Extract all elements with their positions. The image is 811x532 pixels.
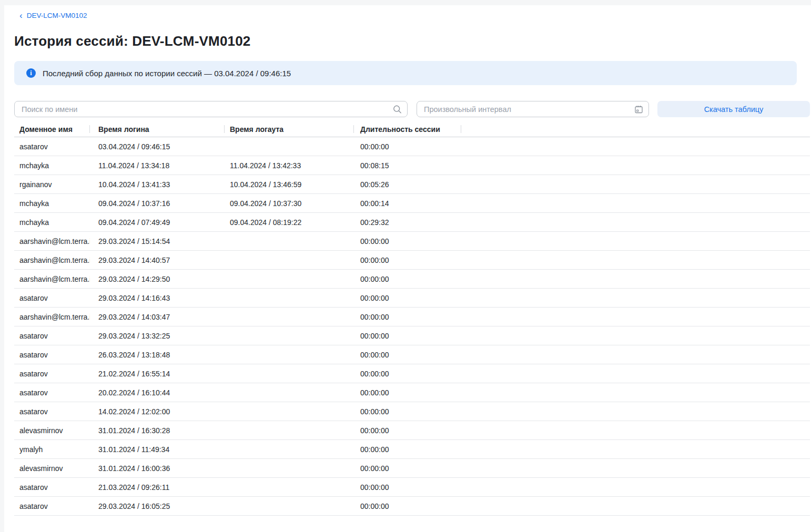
- cell-domain-name: aarshavin@lcm.terra.in: [14, 237, 90, 245]
- cell-session-duration: 00:08:15: [354, 161, 461, 170]
- table-row: mchayka09.04.2024 / 07:49:4909.04.2024 /…: [14, 213, 810, 232]
- cell-session-duration: 00:00:14: [354, 199, 461, 208]
- breadcrumb-back-link[interactable]: ‹ DEV-LCM-VM0102: [14, 12, 87, 19]
- cell-session-duration: 00:05:26: [354, 180, 461, 189]
- cell-domain-name: asatarov: [14, 502, 90, 510]
- cell-domain-name: asatarov: [14, 483, 90, 492]
- cell-login-time: 31.01.2024 / 11:49:34: [90, 445, 225, 454]
- cell-login-time: 29.03.2024 / 14:40:57: [90, 256, 225, 264]
- table-header-row: Доменное имя Время логина Время логаута …: [14, 121, 810, 137]
- download-table-button[interactable]: Скачать таблицу: [657, 101, 810, 117]
- table-row: asatarov21.02.2024 / 16:55:1400:00:00: [14, 364, 810, 383]
- table-row: aarshavin@lcm.terra.in29.03.2024 / 14:03…: [14, 308, 810, 326]
- cell-session-duration: 00:00:00: [354, 464, 461, 473]
- cell-domain-name: asatarov: [14, 388, 90, 397]
- table-row: asatarov14.02.2024 / 12:02:0000:00:00: [14, 402, 810, 421]
- cell-session-duration: 00:00:00: [354, 351, 461, 359]
- cell-session-duration: 00:00:00: [354, 275, 461, 283]
- table-row: aarshavin@lcm.terra.in29.03.2024 / 14:40…: [14, 251, 810, 270]
- cell-session-duration: 00:00:00: [354, 294, 461, 302]
- column-header-logout-time[interactable]: Время логаута: [225, 121, 354, 137]
- table-row: asatarov29.03.2024 / 14:16:4300:00:00: [14, 289, 810, 308]
- info-icon: i: [26, 68, 36, 78]
- table-row: mchayka11.04.2024 / 13:34:1811.04.2024 /…: [14, 156, 810, 175]
- cell-domain-name: asatarov: [14, 142, 90, 151]
- column-header-domain-name[interactable]: Доменное имя: [14, 121, 90, 137]
- cell-login-time: 20.02.2024 / 16:10:44: [90, 388, 225, 397]
- cell-session-duration: 00:00:00: [354, 256, 461, 264]
- date-range-input[interactable]: [417, 101, 649, 117]
- cell-domain-name: ymalyh: [14, 445, 90, 454]
- cell-session-duration: 00:00:00: [354, 370, 461, 378]
- last-data-collection-banner: i Последний сбор данных по истории сесси…: [14, 61, 797, 85]
- cell-domain-name: asatarov: [14, 407, 90, 416]
- chevron-left-icon: ‹: [19, 12, 23, 19]
- cell-logout-time: 09.04.2024 / 08:19:22: [225, 218, 354, 227]
- table-row: asatarov26.03.2024 / 13:18:4800:00:00: [14, 345, 810, 364]
- cell-domain-name: mchayka: [14, 199, 90, 208]
- cell-domain-name: alevasmirnov: [14, 464, 90, 473]
- cell-domain-name: mchayka: [14, 161, 90, 170]
- cell-login-time: 29.03.2024 / 15:14:54: [90, 237, 225, 245]
- cell-login-time: 21.02.2024 / 16:55:14: [90, 370, 225, 378]
- table-row: asatarov29.03.2024 / 13:32:2500:00:00: [14, 326, 810, 345]
- page-title: История сессий: DEV-LCM-VM0102: [14, 33, 811, 49]
- cell-login-time: 26.03.2024 / 13:18:48: [90, 351, 225, 359]
- cell-session-duration: 00:00:00: [354, 426, 461, 435]
- cell-session-duration: 00:00:00: [354, 483, 461, 492]
- cell-login-time: 14.02.2024 / 12:02:00: [90, 407, 225, 416]
- cell-domain-name: rgainanov: [14, 180, 90, 189]
- cell-login-time: 31.01.2024 / 16:00:36: [90, 464, 225, 473]
- cell-session-duration: 00:00:00: [354, 332, 461, 340]
- cell-login-time: 09.04.2024 / 07:49:49: [90, 218, 225, 227]
- table-row: aarshavin@lcm.terra.in29.03.2024 / 15:14…: [14, 232, 810, 251]
- cell-domain-name: asatarov: [14, 294, 90, 302]
- cell-domain-name: aarshavin@lcm.terra.in: [14, 256, 90, 264]
- banner-text: Последний сбор данных по истории сессий …: [43, 69, 291, 78]
- search-field-wrap: [14, 101, 408, 117]
- cell-login-time: 29.03.2024 / 14:03:47: [90, 313, 225, 321]
- table-row: aarshavin@lcm.terra.in29.03.2024 / 14:29…: [14, 270, 810, 289]
- cell-session-duration: 00:00:00: [354, 142, 461, 151]
- cell-login-time: 29.03.2024 / 16:05:25: [90, 502, 225, 510]
- cell-domain-name: asatarov: [14, 370, 90, 378]
- cell-session-duration: 00:00:00: [354, 502, 461, 510]
- calendar-icon: [634, 105, 643, 114]
- cell-domain-name: asatarov: [14, 351, 90, 359]
- cell-domain-name: asatarov: [14, 332, 90, 340]
- cell-login-time: 09.04.2024 / 10:37:16: [90, 199, 225, 208]
- cell-login-time: 03.04.2024 / 09:46:15: [90, 142, 225, 151]
- column-header-session-duration[interactable]: Длительность сессии: [354, 121, 461, 137]
- cell-session-duration: 00:00:00: [354, 237, 461, 245]
- cell-domain-name: aarshavin@lcm.terra.in: [14, 313, 90, 321]
- cell-session-duration: 00:00:00: [354, 313, 461, 321]
- table-row: alevasmirnov31.01.2024 / 16:00:3600:00:0…: [14, 459, 810, 478]
- cell-session-duration: 00:00:00: [354, 445, 461, 454]
- cell-domain-name: aarshavin@lcm.terra.in: [14, 275, 90, 283]
- date-range-field-wrap: [417, 101, 649, 117]
- table-row: rgainanov10.04.2024 / 13:41:3310.04.2024…: [14, 175, 810, 194]
- search-input[interactable]: [14, 101, 408, 117]
- table-row: mchayka09.04.2024 / 10:37:1609.04.2024 /…: [14, 194, 810, 213]
- cell-logout-time: 10.04.2024 / 13:46:59: [225, 180, 354, 189]
- table-controls: Скачать таблицу: [14, 101, 810, 117]
- cell-login-time: 29.03.2024 / 14:16:43: [90, 294, 225, 302]
- cell-login-time: 21.03.2024 / 09:26:11: [90, 483, 225, 492]
- cell-login-time: 29.03.2024 / 14:29:50: [90, 275, 225, 283]
- cell-login-time: 29.03.2024 / 13:32:25: [90, 332, 225, 340]
- cell-login-time: 10.04.2024 / 13:41:33: [90, 180, 225, 189]
- breadcrumb-label: DEV-LCM-VM0102: [27, 12, 87, 19]
- table-row: asatarov29.03.2024 / 16:05:2500:00:00: [14, 497, 810, 516]
- cell-session-duration: 00:00:00: [354, 388, 461, 397]
- table-row: asatarov21.03.2024 / 09:26:1100:00:00: [14, 478, 810, 497]
- cell-login-time: 31.01.2024 / 16:30:28: [90, 426, 225, 435]
- table-body: asatarov03.04.2024 / 09:46:1500:00:00mch…: [14, 137, 810, 516]
- table-row: asatarov20.02.2024 / 16:10:4400:00:00: [14, 383, 810, 402]
- cell-logout-time: 11.04.2024 / 13:42:33: [225, 161, 354, 170]
- cell-session-duration: 00:00:00: [354, 407, 461, 416]
- column-header-login-time[interactable]: Время логина: [90, 121, 225, 137]
- search-icon: [393, 105, 402, 114]
- table-row: asatarov03.04.2024 / 09:46:1500:00:00: [14, 137, 810, 156]
- cell-domain-name: mchayka: [14, 218, 90, 227]
- cell-login-time: 11.04.2024 / 13:34:18: [90, 161, 225, 170]
